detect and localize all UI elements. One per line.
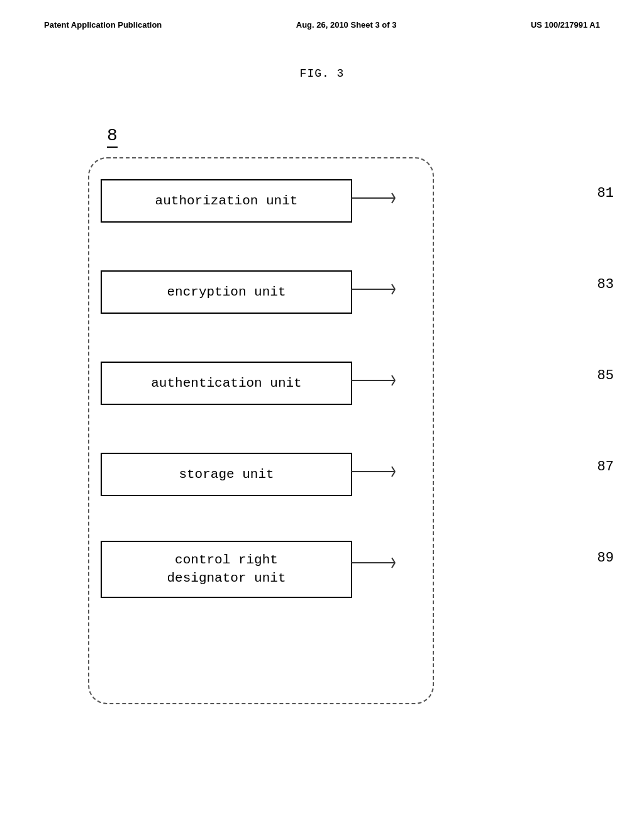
authorization-unit-label: authorization unit (155, 194, 298, 208)
authorization-unit-box: authorization unit (101, 179, 352, 223)
control-ref-number: 89 (597, 550, 614, 566)
patent-header: Patent Application Publication Aug. 26, … (0, 0, 644, 30)
svg-line-7 (392, 375, 395, 380)
control-connector (351, 541, 426, 585)
svg-line-5 (392, 289, 395, 294)
encryption-unit-label: encryption unit (167, 285, 286, 299)
svg-line-10 (392, 467, 395, 472)
main-component-label: 8 (107, 126, 118, 148)
control-unit-label: control rightdesignator unit (167, 553, 286, 585)
svg-line-2 (392, 198, 395, 203)
authorization-connector (351, 179, 426, 217)
outer-container-box (88, 157, 434, 704)
authentication-ref-number: 85 (597, 368, 614, 384)
header-left: Patent Application Publication (44, 20, 162, 30)
header-center: Aug. 26, 2010 Sheet 3 of 3 (296, 20, 397, 30)
storage-ref-number: 87 (597, 459, 614, 475)
svg-line-13 (392, 558, 395, 563)
svg-line-8 (392, 380, 395, 385)
authentication-unit-label: authentication unit (151, 376, 301, 390)
encryption-unit-box: encryption unit (101, 270, 352, 314)
storage-connector (351, 453, 426, 490)
authentication-unit-box: authentication unit (101, 362, 352, 405)
encryption-ref-number: 83 (597, 277, 614, 292)
svg-line-11 (392, 472, 395, 477)
authentication-connector (351, 362, 426, 399)
svg-line-1 (392, 193, 395, 198)
storage-unit-label: storage unit (179, 467, 274, 482)
authorization-ref-number: 81 (597, 185, 614, 201)
control-unit-box: control rightdesignator unit (101, 541, 352, 598)
header-right: US 100/217991 A1 (531, 20, 600, 30)
storage-unit-box: storage unit (101, 453, 352, 496)
page: Patent Application Publication Aug. 26, … (0, 0, 644, 830)
encryption-connector (351, 270, 426, 308)
svg-line-14 (392, 563, 395, 568)
figure-title: FIG. 3 (0, 67, 644, 80)
svg-line-4 (392, 284, 395, 289)
